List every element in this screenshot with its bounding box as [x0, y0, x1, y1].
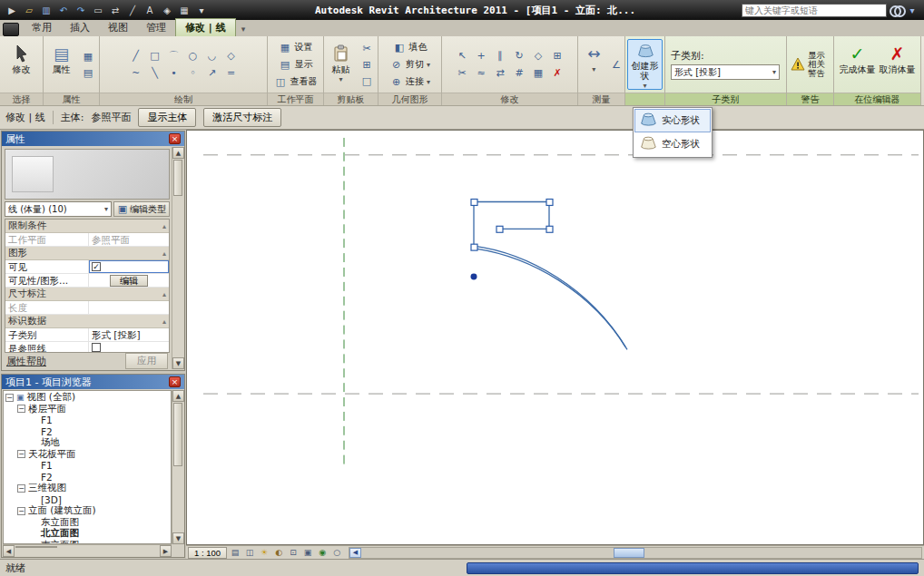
browser-hscroll-thumb[interactable]: [15, 546, 57, 548]
edit-visibility-button[interactable]: 编辑: [110, 275, 148, 287]
set-workplane-button[interactable]: ▦ 设置: [277, 40, 315, 55]
menu-arrow-icon[interactable]: ▶: [5, 3, 19, 17]
tree-node-ceiling-plans[interactable]: − 天花板平面: [5, 449, 171, 461]
properties-scroll-thumb[interactable]: [173, 160, 182, 196]
offset-tool-icon[interactable]: ∥: [491, 48, 509, 63]
help-search-input[interactable]: [742, 4, 887, 17]
rectangle-tool-icon[interactable]: □: [146, 48, 164, 63]
tree-node-3d[interactable]: [3D]: [5, 494, 171, 506]
save-icon[interactable]: ▥: [39, 3, 54, 17]
cut-geometry-button[interactable]: ⊘ 剪切 ▾: [388, 57, 432, 73]
collapse-icon[interactable]: ▴: [162, 249, 166, 258]
temporary-hide-icon[interactable]: ◉: [316, 547, 329, 559]
redo-icon[interactable]: ↷: [74, 3, 88, 17]
application-button[interactable]: [3, 23, 19, 36]
scale-button[interactable]: 1 : 100: [188, 547, 227, 559]
undo-icon[interactable]: ↶: [56, 3, 71, 17]
pin-tool-icon[interactable]: ▦: [529, 65, 547, 81]
split-tool-icon[interactable]: ✂: [453, 65, 471, 81]
text-icon[interactable]: A: [143, 3, 157, 17]
expander-icon[interactable]: −: [17, 450, 25, 458]
create-form-button[interactable]: 创建形状 ▾: [627, 39, 663, 90]
type-properties-icon[interactable]: ▦: [79, 49, 97, 64]
tab-manage[interactable]: 管理: [137, 19, 175, 36]
scroll-down-icon[interactable]: ▼: [172, 357, 184, 369]
show-host-button[interactable]: 显示主体: [138, 108, 196, 127]
default-3d-view-icon[interactable]: ◈: [160, 3, 174, 17]
tree-node-f2[interactable]: F2: [5, 426, 171, 438]
tab-modify-line[interactable]: 修改 | 线: [175, 18, 236, 36]
reference-tool-icon[interactable]: ═: [222, 65, 241, 81]
polygon-tool-icon[interactable]: ◇: [222, 48, 241, 63]
minimize-ribbon-icon[interactable]: ▾: [241, 24, 246, 36]
section-icon[interactable]: ▦: [177, 3, 192, 17]
group-identity[interactable]: 标识数据▴: [5, 315, 169, 328]
model-graphics-style-icon[interactable]: ◫: [243, 547, 256, 559]
search-icon[interactable]: [890, 5, 902, 15]
paste-dropdown-icon[interactable]: ▾: [339, 74, 342, 84]
paste-button[interactable]: 粘贴 ▾: [326, 39, 356, 90]
join-button[interactable]: ⊕ 连接 ▾: [388, 74, 432, 90]
arc-tool-icon[interactable]: ⌒: [165, 48, 183, 63]
subcategory-select[interactable]: 形式 [投影] ▾: [671, 64, 780, 80]
qat-customize-icon[interactable]: ▾: [194, 3, 209, 17]
scroll-right-icon[interactable]: ▶: [160, 545, 172, 557]
type-selector[interactable]: 线 (体量) (10) ▾: [5, 201, 112, 217]
show-workplane-button[interactable]: ▤ 显示: [277, 57, 315, 73]
circle-tool-icon[interactable]: ○: [184, 48, 202, 63]
tree-node-site[interactable]: 场地: [5, 437, 171, 449]
angle-measure-icon[interactable]: ∠: [610, 57, 623, 73]
tangent-arc-tool-icon[interactable]: ╲: [146, 65, 164, 81]
project-browser-header[interactable]: 项目1 - 项目浏览器 ×: [2, 375, 184, 389]
array-tool-icon[interactable]: ⊞: [548, 48, 566, 63]
mirror-tool-icon[interactable]: ◇: [529, 48, 547, 63]
measure-line-icon[interactable]: ╱: [125, 3, 140, 17]
help-dropdown-icon[interactable]: ▾: [905, 3, 919, 17]
drawing-canvas[interactable]: [186, 130, 924, 545]
tree-node-floor-plans[interactable]: − 楼层平面: [5, 404, 171, 415]
copy-tool-icon[interactable]: ⇄: [491, 65, 509, 81]
properties-help-link[interactable]: 属性帮助: [6, 355, 46, 368]
apply-button[interactable]: 应用: [125, 353, 168, 369]
browser-scroll-thumb[interactable]: [173, 403, 182, 466]
group-graphics[interactable]: 图形▴: [5, 247, 169, 260]
group-dimensions[interactable]: 尺寸标注▴: [5, 288, 169, 301]
open-icon[interactable]: ▱: [22, 3, 36, 17]
trim-tool-icon[interactable]: ≈: [472, 65, 490, 81]
move-tool-icon[interactable]: +: [472, 48, 490, 63]
group-constraints[interactable]: 限制条件▴: [5, 220, 169, 233]
sketch-control-points[interactable]: [471, 200, 553, 251]
measure-dropdown-icon[interactable]: ▾: [592, 64, 595, 74]
properties-close-icon[interactable]: ×: [169, 133, 181, 144]
print-icon[interactable]: ▭: [91, 3, 105, 17]
activate-dimensions-button[interactable]: 激活尺寸标注: [203, 108, 281, 127]
visible-checkbox[interactable]: ✓: [92, 262, 101, 271]
detail-level-icon[interactable]: ▤: [229, 547, 241, 559]
show-crop-icon[interactable]: ▣: [301, 547, 314, 559]
edit-type-button[interactable]: ▣ 编辑类型: [113, 201, 170, 217]
line-tool-icon[interactable]: ╱: [127, 48, 145, 63]
scale-tool-icon[interactable]: #: [510, 65, 528, 81]
tab-view[interactable]: 视图: [99, 19, 137, 36]
reference-point[interactable]: [471, 273, 477, 279]
crop-region-icon[interactable]: ⊡: [287, 547, 300, 559]
align-tool-icon[interactable]: ↖: [453, 48, 471, 63]
scroll-left-icon[interactable]: ◀: [349, 548, 361, 558]
reveal-hidden-icon[interactable]: ○: [330, 547, 343, 559]
cut-clipboard-icon[interactable]: ✂: [358, 41, 376, 56]
properties-scrollbar[interactable]: ▲ ▼: [172, 147, 183, 369]
menu-item-void-form[interactable]: 空心形状: [634, 132, 711, 156]
scroll-up-icon[interactable]: ▲: [172, 390, 184, 402]
visible-row-value[interactable]: ✓: [89, 260, 169, 273]
scroll-down-icon[interactable]: ▼: [172, 532, 184, 544]
tree-node-elevations[interactable]: − 立面 (建筑立面): [5, 505, 171, 517]
tree-node-ceiling-f2[interactable]: F2: [5, 472, 171, 483]
collapse-icon[interactable]: ▴: [162, 222, 166, 230]
tree-node-north-elevation[interactable]: 北立面图: [5, 528, 171, 540]
scroll-up-icon[interactable]: ▲: [172, 147, 184, 159]
shadows-icon[interactable]: ◐: [272, 547, 285, 559]
create-form-dropdown-icon[interactable]: ▾: [643, 81, 646, 91]
collapse-icon[interactable]: ▴: [162, 317, 166, 326]
ellipse-tool-icon[interactable]: ◦: [184, 65, 202, 81]
finish-mass-button[interactable]: ✓ 完成体量: [839, 39, 877, 90]
